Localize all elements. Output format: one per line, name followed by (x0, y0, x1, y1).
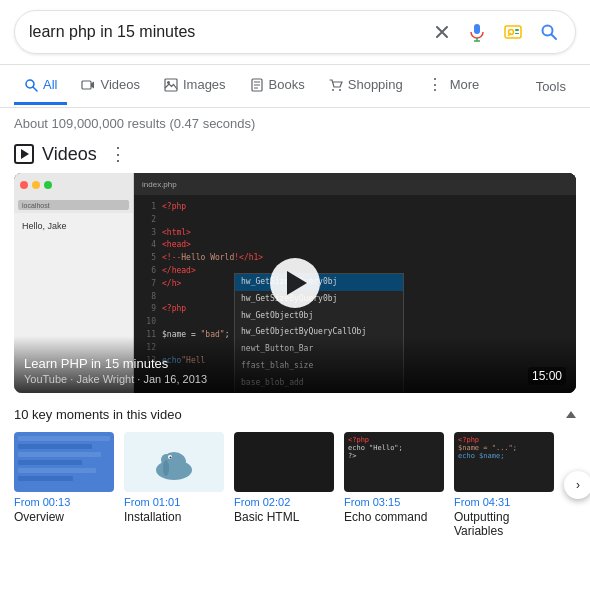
tab-shopping-label: Shopping (348, 77, 403, 92)
svg-point-23 (163, 460, 169, 476)
tab-books-label: Books (269, 77, 305, 92)
tab-all[interactable]: All (14, 67, 67, 105)
svg-rect-0 (474, 24, 480, 34)
videos-section-header: Videos ⋮ (0, 135, 590, 169)
tab-videos-label: Videos (100, 77, 140, 92)
thumb-label-1: Installation (124, 510, 224, 524)
editor-header: index.php (134, 173, 576, 195)
thumb-img-echo[interactable]: <?php echo "Hello"; ?> (344, 432, 444, 492)
thumb-echo: <?php echo "Hello"; ?> From 03:15 Echo c… (344, 432, 444, 524)
thumbnails-next-button[interactable]: › (564, 471, 590, 499)
thumb-from-1[interactable]: From 01:01 (124, 496, 224, 508)
search-input[interactable] (29, 23, 423, 41)
key-moments-label: 10 key moments in this video (14, 407, 182, 422)
search-bar-container (0, 0, 590, 65)
video-meta: YouTube · Jake Wright · Jan 16, 2013 (24, 373, 207, 385)
key-moments-header: 10 key moments in this video (0, 401, 590, 428)
elephant-icon (144, 442, 204, 482)
thumb-outputting: <?php $name = "..."; echo $name; From 04… (454, 432, 554, 538)
key-moments-toggle[interactable] (566, 411, 576, 418)
browser-header (14, 173, 133, 197)
video-text-info: Learn PHP in 15 minutes YouTube · Jake W… (24, 356, 207, 385)
search-bar (14, 10, 576, 54)
search-icon (24, 78, 38, 92)
nav-tabs: All Videos Images Books Shopping (0, 65, 590, 108)
book-icon (250, 78, 264, 92)
image-icon (164, 78, 178, 92)
section-more-icon[interactable]: ⋮ (109, 143, 127, 165)
video-title: Learn PHP in 15 minutes (24, 356, 207, 371)
voice-search-button[interactable] (465, 20, 489, 44)
tab-shopping[interactable]: Shopping (319, 67, 413, 105)
tab-books[interactable]: Books (240, 67, 315, 105)
tab-tools[interactable]: Tools (526, 69, 576, 104)
search-submit-button[interactable] (537, 20, 561, 44)
tab-all-label: All (43, 77, 57, 92)
svg-point-19 (339, 89, 341, 91)
svg-point-13 (167, 81, 170, 84)
chevron-up-icon (566, 411, 576, 418)
play-button[interactable] (270, 258, 320, 308)
thumbnails-strip: From 00:13 Overview From 01:01 Installat… (0, 428, 590, 542)
thumb-label-4: Outputting Variables (454, 510, 554, 538)
results-count: About 109,000,000 results (0.47 seconds) (14, 116, 255, 131)
video-background: localhost Hello, Jake index.php 1<?php 2… (14, 173, 576, 393)
tab-more-label: More (450, 77, 480, 92)
svg-rect-5 (515, 29, 519, 31)
svg-rect-6 (515, 33, 519, 34)
tab-images-label: Images (183, 77, 226, 92)
svg-rect-12 (165, 79, 177, 91)
thumb-img-overview[interactable] (14, 432, 114, 492)
thumb-basic-html: From 02:02 Basic HTML (234, 432, 334, 524)
thumb-img-outputting[interactable]: <?php $name = "..."; echo $name; (454, 432, 554, 492)
thumb-from-0[interactable]: From 00:13 (14, 496, 114, 508)
video-section-icon (14, 144, 34, 164)
tab-videos[interactable]: Videos (71, 67, 150, 105)
tab-images[interactable]: Images (154, 67, 236, 105)
results-info: About 109,000,000 results (0.47 seconds) (0, 108, 590, 135)
thumb-from-4[interactable]: From 04:31 (454, 496, 554, 508)
search-icon-group (431, 20, 561, 44)
svg-rect-11 (82, 81, 91, 89)
svg-line-8 (552, 35, 557, 40)
lens-button[interactable] (501, 20, 525, 44)
svg-point-25 (170, 457, 172, 459)
video-icon (81, 78, 95, 92)
videos-section-title: Videos (42, 144, 97, 165)
thumb-label-3: Echo command (344, 510, 444, 524)
thumb-label-2: Basic HTML (234, 510, 334, 524)
play-triangle-icon (287, 271, 307, 295)
thumb-installation: From 01:01 Installation (124, 432, 224, 524)
thumb-label-0: Overview (14, 510, 114, 524)
browser-content: Hello, Jake (14, 213, 133, 247)
svg-point-18 (332, 89, 334, 91)
video-duration: 15:00 (528, 367, 566, 385)
thumb-from-2[interactable]: From 02:02 (234, 496, 334, 508)
thumb-img-basic-html[interactable] (234, 432, 334, 492)
video-info-bar: Learn PHP in 15 minutes YouTube · Jake W… (14, 336, 576, 393)
more-dots-icon: ⋮ (427, 75, 445, 94)
tab-more[interactable]: ⋮ More (417, 65, 490, 107)
thumb-from-3[interactable]: From 03:15 (344, 496, 444, 508)
tools-label: Tools (536, 79, 566, 94)
clear-button[interactable] (431, 21, 453, 43)
thumb-overview: From 00:13 Overview (14, 432, 114, 524)
svg-line-10 (33, 87, 37, 91)
shopping-icon (329, 78, 343, 92)
main-video[interactable]: localhost Hello, Jake index.php 1<?php 2… (14, 173, 576, 393)
thumb-img-installation[interactable] (124, 432, 224, 492)
